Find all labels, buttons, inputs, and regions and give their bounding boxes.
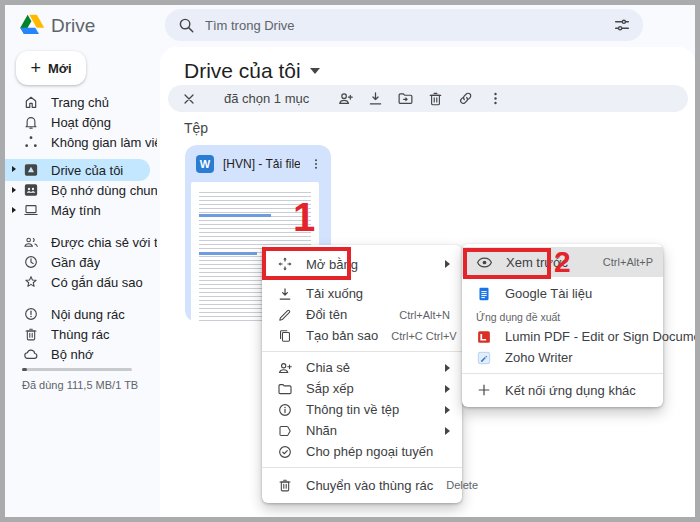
menu-item-labels[interactable]: Nhãn: [262, 420, 462, 441]
more-actions-button[interactable]: [487, 90, 504, 107]
sidebar-item-label: Thùng rác: [51, 327, 110, 342]
sidebar-item-spam[interactable]: Nội dung rác: [5, 304, 157, 324]
new-button[interactable]: + Mới: [16, 51, 86, 85]
my-drive-icon: [23, 162, 39, 178]
menu-item-organize[interactable]: Sắp xếp: [262, 378, 462, 399]
storage-used-text: Đã dùng 111,5 MB/1 TB: [22, 379, 138, 391]
clock-icon: [23, 254, 39, 270]
people-icon: [23, 234, 39, 250]
sidebar-item-shared-drives[interactable]: Bộ nhớ dùng chung: [5, 180, 157, 200]
clear-selection-button[interactable]: [180, 90, 197, 107]
file-more-vert-icon[interactable]: [309, 157, 323, 171]
workspaces-icon: [23, 134, 39, 150]
menu-item-make-copy[interactable]: Tạo bản sao Ctrl+C Ctrl+V: [262, 325, 462, 346]
expand-arrow-icon[interactable]: [12, 166, 16, 172]
search-input[interactable]: [205, 18, 603, 33]
submenu-item-label: Kết nối ứng dụng khác: [505, 383, 636, 398]
google-drive-window: Drive + Mới Trang chủ Hoạt động Không gi…: [0, 0, 700, 522]
sidebar-item-label: Được chia sẻ với tôi: [51, 235, 157, 250]
page-title[interactable]: Drive của tôi: [184, 59, 320, 83]
submenu-item-zoho-writer[interactable]: Zoho Writer: [462, 347, 663, 368]
menu-item-label: Nhãn: [306, 423, 432, 438]
menu-item-rename[interactable]: Đổi tên Ctrl+Alt+N: [262, 304, 462, 325]
sidebar-item-activity[interactable]: Hoạt động: [5, 112, 157, 132]
label-icon: [277, 423, 293, 439]
info-icon: [277, 402, 293, 418]
expand-arrow-icon[interactable]: [12, 207, 16, 213]
files-section-label: Tệp: [184, 120, 208, 136]
menu-item-label: Sắp xếp: [306, 381, 432, 396]
sidebar-item-recent[interactable]: Gần đây: [5, 252, 157, 272]
menu-item-label: Tạo bản sao: [306, 328, 378, 343]
sidebar-item-label: Không gian làm việc: [51, 135, 157, 150]
copy-link-button[interactable]: [457, 90, 474, 107]
zoho-writer-icon: [476, 350, 492, 366]
annotation-box-open-with: [262, 247, 351, 280]
menu-item-label: Chia sẻ: [306, 360, 432, 375]
submenu-item-google-docs[interactable]: Google Tài liệu: [462, 283, 663, 304]
download-button[interactable]: [367, 90, 384, 107]
sidebar-item-computers[interactable]: Máy tính: [5, 200, 157, 220]
new-button-label: Mới: [48, 61, 72, 76]
sidebar-item-label: Hoạt động: [51, 115, 111, 130]
chevron-right-icon: [445, 427, 450, 435]
search-icon: [177, 16, 195, 34]
annotation-step-2: 2: [554, 245, 571, 279]
menu-shortcut: Delete: [446, 479, 478, 491]
open-with-submenu: 2 Xem trước Ctrl+Alt+P Google Tài liệu Ứ…: [462, 244, 663, 407]
sidebar-item-my-drive[interactable]: Drive của tôi: [5, 159, 150, 181]
close-icon: [181, 91, 197, 107]
home-icon: [23, 94, 39, 110]
move-button[interactable]: [397, 90, 414, 107]
sidebar-item-label: Bộ nhớ dùng chung: [51, 183, 157, 198]
star-icon: [23, 274, 39, 290]
suggested-apps-label: Ứng dụng đề xuất: [462, 304, 663, 326]
menu-shortcut: Ctrl+Alt+P: [603, 256, 653, 268]
sidebar-item-label: Nội dung rác: [51, 307, 125, 322]
folder-icon: [277, 381, 293, 397]
delete-button[interactable]: [427, 90, 444, 107]
sidebar-item-storage[interactable]: Bộ nhớ: [5, 344, 157, 364]
pencil-icon: [277, 307, 293, 323]
sidebar-item-shared-with-me[interactable]: Được chia sẻ với tôi: [5, 232, 157, 252]
search-bar[interactable]: [165, 9, 643, 41]
menu-item-share[interactable]: Chia sẻ: [262, 357, 462, 378]
sidebar-item-starred[interactable]: Có gắn dấu sao: [5, 272, 157, 292]
plus-icon: [476, 382, 492, 398]
menu-item-offline[interactable]: Cho phép ngoại tuyến: [262, 441, 462, 462]
expand-arrow-icon[interactable]: [12, 187, 16, 193]
sidebar-item-label: Bộ nhớ: [51, 347, 94, 362]
bell-icon: [23, 114, 39, 130]
sidebar-item-workspaces[interactable]: Không gian làm việc: [5, 132, 157, 152]
submenu-item-connect-more-apps[interactable]: Kết nối ứng dụng khác: [462, 379, 663, 401]
menu-divider: [262, 467, 462, 468]
computers-icon: [23, 202, 39, 218]
sidebar-item-label: Máy tính: [51, 203, 101, 218]
selection-count: đã chọn 1 mục: [224, 91, 309, 106]
share-button[interactable]: [337, 90, 354, 107]
menu-divider: [462, 373, 663, 374]
annotation-step-1: 1: [293, 195, 315, 240]
chevron-right-icon: [445, 364, 450, 372]
submenu-item-label: Lumin PDF - Edit or Sign Documents: [505, 329, 700, 344]
menu-item-download[interactable]: Tải xuống: [262, 283, 462, 304]
menu-item-label: Đổi tên: [306, 307, 386, 322]
spam-icon: [23, 306, 39, 322]
menu-item-label: Thông tin về tệp: [306, 402, 432, 417]
submenu-item-label: Zoho Writer: [505, 350, 573, 365]
storage-progress-bar: [22, 368, 132, 371]
lumin-pdf-icon: [476, 329, 492, 345]
offline-icon: [277, 444, 293, 460]
copy-icon: [277, 328, 293, 344]
plus-icon: +: [30, 59, 41, 77]
search-options-icon[interactable]: [613, 16, 631, 34]
submenu-item-lumin-pdf[interactable]: Lumin PDF - Edit or Sign Documents: [462, 326, 663, 347]
sidebar-item-home[interactable]: Trang chủ: [5, 92, 157, 112]
trash-icon: [23, 326, 39, 342]
google-docs-icon: [476, 286, 492, 302]
menu-shortcut: Ctrl+C Ctrl+V: [391, 330, 456, 342]
menu-item-move-to-trash[interactable]: Chuyển vào thùng rác Delete: [262, 473, 462, 497]
menu-item-file-info[interactable]: Thông tin về tệp: [262, 399, 462, 420]
cloud-icon: [23, 346, 39, 362]
sidebar-item-trash[interactable]: Thùng rác: [5, 324, 157, 344]
